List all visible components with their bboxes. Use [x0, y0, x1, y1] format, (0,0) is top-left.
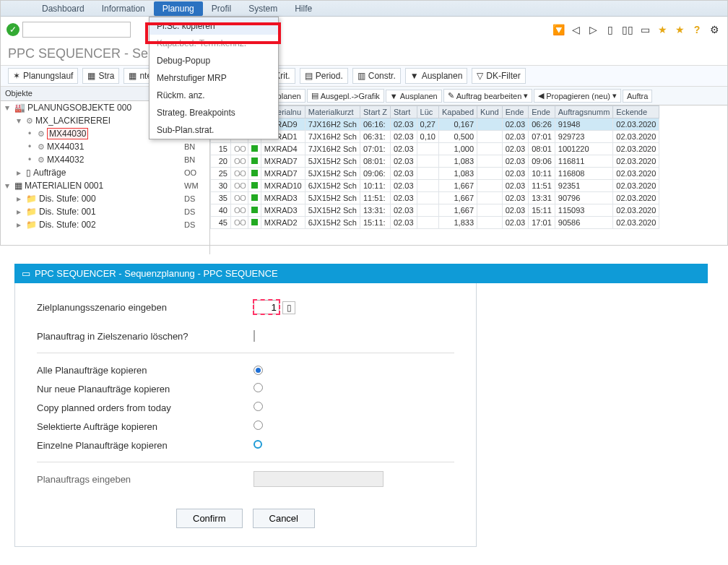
caret-icon: ▾ [5, 181, 12, 191]
grid-toolbar-btn[interactable]: ▼Ausplanen [386, 90, 442, 103]
grid-header[interactable]: Kapabed [438, 106, 477, 118]
grid-cell [477, 155, 503, 168]
menu-dashboard[interactable]: Dashboard [33, 1, 93, 16]
table-row[interactable]: 15O-OMXRAD47JX16H2 Sch07:01:02.031,00002… [211, 143, 659, 155]
page-icon[interactable]: ▯ [603, 22, 618, 37]
delete-checkbox[interactable] [254, 330, 255, 342]
grid-cell: 1,000 [438, 143, 477, 155]
status-dot-icon [251, 170, 258, 176]
star-icon[interactable]: ★ [655, 22, 670, 37]
table-row[interactable]: 35O-OMXRAD35JX15H2 Sch11:51:02.031,66702… [211, 192, 659, 204]
menu-profil[interactable]: Profil [203, 1, 240, 16]
grid-cell: 02.03 [391, 180, 417, 192]
nav-prev-icon[interactable]: ◁ [568, 22, 583, 37]
chain-icon: O-O [234, 145, 245, 153]
grid-header[interactable]: Lüc [417, 106, 438, 118]
table-row[interactable]: 30O-OMXRAD106JX15H2 Sch10:11:02.031,6670… [211, 180, 659, 192]
tool-icon: ▤ [305, 71, 313, 81]
menu-information[interactable]: Information [93, 1, 154, 16]
cancel-button[interactable]: Cancel [253, 509, 315, 528]
table-row[interactable]: 25O-OMXRAD75JX15H2 Sch09:06:02.031,08302… [211, 168, 659, 180]
star-add-icon[interactable]: ★ [672, 22, 687, 37]
dropdown-item[interactable]: Mehrstufiger MRP [150, 69, 278, 87]
form-label: Einzelne Planaufträge kopieren [37, 440, 254, 451]
toolbar-btn[interactable]: ▽DK-Filter [472, 68, 525, 84]
grid-header[interactable]: Ende [529, 106, 555, 118]
grid-cell: 1,667 [438, 180, 477, 192]
grid-cell [417, 204, 438, 217]
grid-header[interactable]: Start Z [360, 106, 390, 118]
pages-icon[interactable]: ▯▯ [620, 22, 635, 37]
table-row[interactable]: 40O-OMXRAD35JX15H2 Sch13:31:02.031,66702… [211, 204, 659, 217]
table-row[interactable]: 20O-OMXRAD75JX15H2 Sch08:01:02.031,08302… [211, 155, 659, 168]
help-icon[interactable]: ? [690, 22, 704, 37]
form-row: Alle Planaufträge kopieren [37, 361, 454, 379]
search-input[interactable] [22, 22, 131, 38]
tree-row[interactable]: •⚙MX44032BN [1, 153, 209, 166]
filter-icon[interactable]: 🔽 [551, 22, 566, 37]
window-icon[interactable]: ▭ [638, 22, 652, 37]
caret-icon: • [28, 129, 35, 139]
caret-icon: ▸ [17, 220, 24, 230]
radio-option[interactable] [254, 402, 263, 411]
tree-row[interactable]: ▸▯AufträgeOO [1, 166, 209, 179]
radio-option[interactable] [254, 383, 263, 392]
grid-header[interactable]: Materialkurzt [305, 106, 360, 118]
radio-option[interactable] [254, 420, 263, 430]
grid-header[interactable]: Eckende [613, 106, 659, 118]
grid-header[interactable]: Start [391, 106, 417, 118]
toolbar-btn[interactable]: ▥Constr. [352, 68, 401, 84]
toolbar-btn[interactable]: ▤Period. [300, 68, 348, 84]
settings-icon[interactable]: ⚙ [707, 22, 722, 37]
toolbar-btn[interactable]: ▼Ausplanen [405, 68, 468, 84]
value-help-icon[interactable]: ▯ [282, 301, 295, 314]
nav-next-icon[interactable]: ▷ [586, 22, 600, 37]
scenario-input[interactable] [254, 300, 280, 314]
tree-row[interactable]: ▸📁Dis. Stufe: 001DS [1, 205, 209, 218]
grid-toolbar-btn[interactable]: Auftra [623, 90, 652, 103]
grid-header[interactable]: Kund [477, 106, 503, 118]
grid-cell: 02.03.2020 [613, 180, 659, 192]
table-row[interactable]: 45O-OMXRAD26JX15H2 Sch15:11:02.031,83302… [211, 217, 659, 229]
grid-cell: MXRAD3 [261, 204, 305, 217]
grid-toolbar-btn[interactable]: ✎Auftrag bearbeiten▾ [443, 89, 533, 103]
tool-icon: ▦ [87, 71, 95, 81]
dropdown-item[interactable]: Pl.Sc. kopieren [150, 17, 278, 35]
dropdown-item[interactable]: Debug-Popup [150, 52, 278, 69]
grid-cell: 5JX15H2 Sch [305, 155, 360, 168]
radio-option[interactable] [254, 366, 263, 375]
grid-cell: 20 [211, 155, 231, 168]
grid-cell [248, 155, 261, 168]
grid-header[interactable]: Auftragsnumm [555, 106, 613, 118]
grid-toolbar-btn[interactable]: ◀Propagieren (neu)▾ [534, 89, 621, 103]
grid-cell: 10:11 [529, 168, 555, 180]
grid-cell: 1,083 [438, 155, 477, 168]
tree-row[interactable]: ▸📁Dis. Stufe: 000DS [1, 192, 209, 205]
toolbar-btn[interactable]: ▦Stra [82, 68, 119, 84]
menu-system[interactable]: System [240, 1, 286, 16]
dropdown-item[interactable]: Rückm. anz. [150, 87, 278, 104]
grid-cell: 02.03 [391, 204, 417, 217]
toolbar-btn[interactable]: ✶Planungslauf [8, 68, 78, 84]
menu-planung[interactable]: Planung [154, 1, 203, 16]
grid-cell: 1,083 [438, 168, 477, 180]
grid-cell: 11:51: [360, 192, 390, 204]
grid-cell: MXRAD3 [261, 192, 305, 204]
grid-cell: 45 [211, 217, 231, 229]
menu-hilfe[interactable]: Hilfe [286, 1, 321, 16]
grid-cell [248, 180, 261, 192]
confirm-button[interactable]: Confirm [176, 509, 243, 528]
status-dot-icon [251, 219, 258, 225]
grid-toolbar-btn[interactable]: ▤Ausgepl.->Grafik [307, 89, 384, 103]
window-icon: ▭ [22, 268, 30, 279]
grid-header[interactable]: Ende [502, 106, 529, 118]
radio-option[interactable] [254, 440, 262, 449]
dropdown-item[interactable]: Strateg. Breakpoints [150, 104, 278, 121]
tree-row[interactable]: ▾▦MATERIALIEN 0001WM [1, 179, 209, 192]
tree-row[interactable]: •⚙MX44031BN [1, 140, 209, 153]
tree-code: BN [184, 155, 209, 164]
tree-row[interactable]: ▸📁Dis. Stufe: 002DS [1, 218, 209, 231]
grid-cell [477, 168, 503, 180]
dropdown-item[interactable]: Kapa.bed.-Term.kennz. [150, 35, 278, 52]
dropdown-item[interactable]: Sub-Plan.strat. [150, 121, 278, 139]
